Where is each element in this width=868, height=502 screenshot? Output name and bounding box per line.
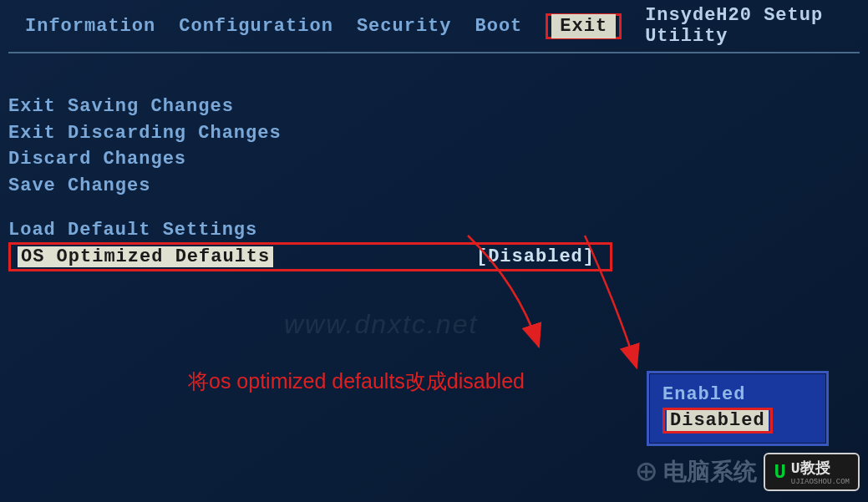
logo-circle-icon: ⊕ — [636, 450, 657, 494]
logo-area: ⊕ 电脑系统 U U教授 UJIAOSHOU.COM — [636, 450, 860, 494]
option-exit-discarding[interactable]: Exit Discarding Changes — [8, 120, 860, 147]
utility-title: InsydeH20 Setup Utility — [645, 5, 843, 47]
option-save-changes[interactable]: Save Changes — [8, 173, 860, 200]
logo-name: U教授 — [791, 460, 830, 477]
logo-badge: U U教授 UJIAOSHOU.COM — [764, 453, 860, 491]
value-popup: Enabled Disabled — [647, 371, 829, 446]
option-exit-saving[interactable]: Exit Saving Changes — [8, 94, 860, 120]
logo-url: UJIAOSHOU.COM — [791, 478, 850, 486]
logo-chinese-text: 电脑系统 — [663, 456, 757, 488]
os-optimized-defaults-value[interactable]: [Disabled] — [476, 246, 595, 267]
os-optimized-defaults-label[interactable]: OS Optimized Defaults — [18, 246, 273, 267]
menu-configuration[interactable]: Configuration — [179, 16, 333, 37]
menu-bar: Information Configuration Security Boot … — [0, 0, 868, 52]
annotation-text: 将os optimized defaults改成disabled — [188, 368, 525, 395]
logo-u-icon: U — [774, 461, 785, 484]
menu-boot[interactable]: Boot — [475, 16, 523, 37]
menu-security[interactable]: Security — [357, 16, 452, 37]
watermark: www.dnxtc.net — [284, 309, 478, 340]
option-discard-changes[interactable]: Discard Changes — [8, 146, 860, 173]
popup-option-enabled[interactable]: Enabled — [662, 383, 813, 406]
content-panel: Exit Saving Changes Exit Discarding Chan… — [0, 60, 868, 280]
annotation-highlight-disabled: Disabled — [662, 408, 773, 434]
annotation-highlight-os-defaults: OS Optimized Defaults [Disabled] — [8, 242, 612, 271]
option-load-defaults[interactable]: Load Default Settings — [8, 217, 860, 244]
popup-option-disabled[interactable]: Disabled — [667, 410, 769, 431]
menu-exit[interactable]: Exit — [551, 14, 616, 38]
annotation-highlight-exit: Exit — [546, 13, 622, 39]
menu-information[interactable]: Information — [25, 16, 155, 37]
bios-setup-screen: Information Configuration Security Boot … — [0, 0, 868, 502]
divider — [8, 52, 860, 53]
